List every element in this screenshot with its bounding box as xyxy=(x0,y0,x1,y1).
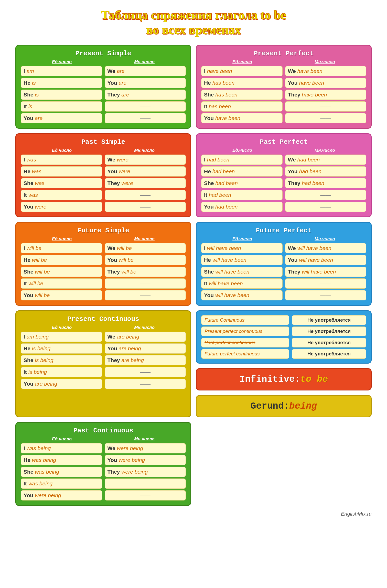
pastc-rows: I was being We were being He was being Y… xyxy=(21,443,186,500)
table-row: You were —— xyxy=(21,202,186,212)
table-row: He is You are xyxy=(21,78,186,88)
present-perfect-title: Present Perfect xyxy=(201,50,366,57)
fs-col1: Ед.число xyxy=(52,236,72,242)
not-used-box: Future Continuous Не употребляется Prese… xyxy=(196,310,372,364)
table-row: He had been You had been xyxy=(201,166,366,177)
table-row: She will have been They will have been xyxy=(201,267,366,277)
not-used-row: Present perfect continuous Не употребляе… xyxy=(201,326,366,336)
ps-col1: Ед.число xyxy=(52,59,72,64)
future-simple-title: Future Simple xyxy=(21,227,186,234)
past-simple-box: Past Simple Ед.число Мн.число I was We w… xyxy=(15,133,191,217)
table-row: You are —— xyxy=(21,113,186,123)
past-perfect-title: Past Perfect xyxy=(201,138,366,146)
page-title: Таблица спряжения глагола to be во всех … xyxy=(15,8,372,37)
table-row: It had been —— xyxy=(201,190,366,200)
table-row: I was being We were being xyxy=(21,443,186,453)
table-row: It will have been —— xyxy=(201,278,366,289)
present-continuous-title: Present Continuous xyxy=(21,315,186,323)
table-row: She was They were xyxy=(21,178,186,188)
table-row: She has been They have been xyxy=(201,90,366,100)
table-row: You are being —— xyxy=(21,379,186,389)
table-row: It is —— xyxy=(21,101,186,112)
infinitive-text: Infinitive:to be xyxy=(203,374,365,385)
ps-rows: I am We are He is You are She is They ar… xyxy=(21,66,186,123)
table-row: It was —— xyxy=(21,190,186,200)
fp-rows: I will have been We will have been He wi… xyxy=(201,243,366,300)
pp-col1: Ед.число xyxy=(232,59,252,64)
past-continuous-box: Past Continuous Ед.число Мн.число I was … xyxy=(15,422,191,506)
pc-rows: I am being We are being He is being You … xyxy=(21,332,186,389)
table-row: It has been —— xyxy=(201,101,366,112)
infinitive-box: Infinitive:to be xyxy=(196,368,372,390)
table-row: She was being They were being xyxy=(21,467,186,477)
present-simple-box: Present Simple Ед.число Мн.число I am We… xyxy=(15,45,191,129)
table-row: He was being You were being xyxy=(21,455,186,465)
present-simple-title: Present Simple xyxy=(21,50,186,57)
table-row: I am being We are being xyxy=(21,332,186,342)
fp-col2: Мн.число xyxy=(315,236,335,242)
table-row: I am We are xyxy=(21,66,186,76)
table-row: It was being —— xyxy=(21,478,186,489)
not-used-row: Future perfect continuous Не употребляет… xyxy=(201,349,366,359)
past-simple-title: Past Simple xyxy=(21,138,186,146)
table-row: She had been They had been xyxy=(201,178,366,188)
special-right-column: Future Continuous Не употребляется Prese… xyxy=(196,310,372,417)
table-row: He will have been You will have been xyxy=(201,255,366,265)
table-row: It will be —— xyxy=(21,278,186,289)
table-row: You will be —— xyxy=(21,290,186,300)
future-perfect-box: Future Perfect Ед.число Мн.число I will … xyxy=(196,222,372,306)
table-row: She is They are xyxy=(21,90,186,100)
gerund-text: Gerund:being xyxy=(203,401,365,411)
past-continuous-title: Past Continuous xyxy=(21,427,186,434)
fp-col1: Ед.число xyxy=(232,236,252,242)
table-row: He is being You are being xyxy=(21,343,186,354)
table-row: She is being They are being xyxy=(21,355,186,365)
gerund-box: Gerund:being xyxy=(196,395,372,417)
pastp-col2: Мн.число xyxy=(315,148,335,153)
fs-col2: Мн.число xyxy=(134,236,155,242)
table-row: You were being —— xyxy=(21,490,186,500)
table-row: I have been We have been xyxy=(201,66,366,76)
table-row: It is being —— xyxy=(21,367,186,377)
ps-col2: Мн.число xyxy=(134,59,155,64)
present-continuous-box: Present Continuous Ед.число Мн.число I a… xyxy=(15,310,191,417)
table-row: You have been —— xyxy=(201,113,366,123)
table-row: You will have been —— xyxy=(201,290,366,300)
table-row: She will be They will be xyxy=(21,267,186,277)
pastc-col1: Ед.число xyxy=(52,437,72,442)
table-row: He has been You have been xyxy=(201,78,366,88)
pasts-col1: Ед.число xyxy=(52,148,72,153)
pp-rows: I have been We have been He has been You… xyxy=(201,66,366,123)
pastp-col1: Ед.число xyxy=(232,148,252,153)
pasts-col2: Мн.число xyxy=(134,148,155,153)
table-row: He will be You will be xyxy=(21,255,186,265)
table-row: You had been —— xyxy=(201,202,366,212)
table-row: I was We were xyxy=(21,155,186,165)
future-simple-box: Future Simple Ед.число Мн.число I will b… xyxy=(15,222,191,306)
future-perfect-title: Future Perfect xyxy=(201,227,366,234)
pc-col2: Мн.число xyxy=(134,325,155,330)
pasts-rows: I was We were He was You were She was Th… xyxy=(21,155,186,212)
fs-rows: I will be We will be He will be You will… xyxy=(21,243,186,300)
table-row: I had been We had been xyxy=(201,155,366,165)
not-used-row: Past perfect continuous Не употребляется xyxy=(201,338,366,347)
table-row: I will be We will be xyxy=(21,243,186,253)
table-row: I will have been We will have been xyxy=(201,243,366,253)
pastc-col2: Мн.число xyxy=(134,437,155,442)
footer: EnglishMix.ru xyxy=(15,511,372,517)
past-perfect-box: Past Perfect Ед.число Мн.число I had bee… xyxy=(196,133,372,217)
pp-col2: Мн.число xyxy=(315,59,335,64)
table-row: He was You were xyxy=(21,166,186,177)
present-perfect-box: Present Perfect Ед.число Мн.число I have… xyxy=(196,45,372,129)
pastp-rows: I had been We had been He had been You h… xyxy=(201,155,366,212)
pc-col1: Ед.число xyxy=(52,325,72,330)
not-used-row: Future Continuous Не употребляется xyxy=(201,315,366,325)
tenses-grid: Present Simple Ед.число Мн.число I am We… xyxy=(15,45,372,506)
